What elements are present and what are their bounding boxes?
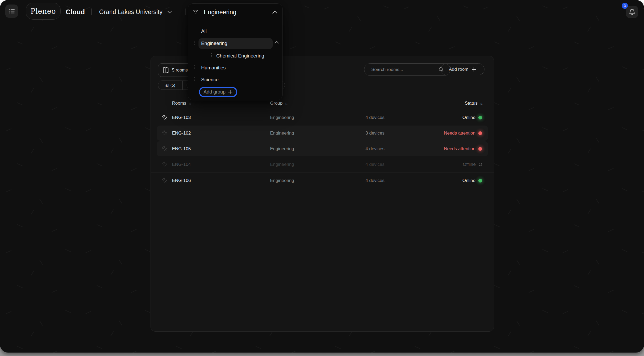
status-dot-online (478, 116, 482, 119)
room-group: Engineering (270, 126, 294, 141)
status-dot-online (478, 179, 482, 183)
pin-icon[interactable] (161, 145, 169, 153)
pin-icon[interactable] (161, 129, 169, 137)
search-placeholder: Search rooms... (371, 67, 403, 72)
product-name: Cloud (66, 0, 85, 24)
table-row-eng-103[interactable]: ENG-103 Engineering 4 devices Online (157, 110, 488, 125)
add-group-label: Add group (204, 89, 226, 95)
room-devices: 4 devices (365, 141, 385, 156)
filter-funnel-icon (192, 9, 199, 16)
add-room-button[interactable]: Add room (441, 63, 484, 75)
room-status: Needs attention (444, 126, 482, 141)
sort-icons-rooms: ↑↓ (188, 101, 191, 106)
chevron-down-icon (167, 10, 173, 14)
chevron-up-icon[interactable] (274, 41, 280, 44)
list-menu-icon (8, 8, 15, 14)
room-door-icon (163, 67, 169, 74)
rooms-count-label: 5 rooms (172, 68, 188, 73)
status-dot-attention (478, 131, 482, 135)
room-group: Engineering (270, 110, 294, 125)
pin-icon[interactable] (161, 114, 169, 122)
room-name: ENG-103 (172, 110, 191, 125)
room-status: Needs attention (444, 141, 482, 156)
drag-handle-icon[interactable] (211, 53, 212, 57)
room-group: Engineering (270, 141, 294, 156)
room-status: Offline (463, 157, 482, 172)
menu-item-humanities[interactable]: Humanities (188, 62, 282, 74)
group-filter-trigger[interactable]: Engineering (192, 7, 278, 17)
drag-handle-icon[interactable] (194, 77, 195, 81)
sort-icons-group: ↑↓ (285, 101, 287, 106)
room-devices: 3 devices (365, 126, 385, 141)
status-dot-offline (479, 163, 482, 166)
bell-icon (628, 8, 636, 16)
table-row-eng-102[interactable]: ENG-102 Engineering 3 devices Needs atte… (157, 126, 488, 141)
header-divider-2 (185, 8, 186, 15)
menu-item-engineering[interactable]: Engineering (188, 37, 282, 50)
brand-wordmark: Pleneo (30, 7, 56, 15)
chevron-up-icon (272, 10, 278, 14)
menu-button[interactable] (5, 5, 18, 18)
org-switcher[interactable]: Grand Lakes University (99, 0, 173, 24)
plus-icon (228, 90, 233, 95)
column-header-rooms[interactable]: Rooms ↑↓ (172, 99, 191, 108)
room-group: Engineering (270, 173, 294, 188)
sort-icons-status: ↑↓ (480, 101, 482, 106)
header-divider (91, 8, 92, 15)
room-devices: 4 devices (365, 110, 385, 125)
org-name: Grand Lakes University (99, 8, 162, 16)
room-devices: 4 devices (365, 173, 385, 188)
drag-handle-icon[interactable] (194, 41, 195, 45)
group-filter-dropdown: Engineering All Engineering Chemical Eng… (188, 3, 283, 100)
filter-all-segment[interactable]: all (5) (158, 81, 183, 90)
notification-badge[interactable]: 3 (622, 3, 628, 9)
menu-item-science[interactable]: Science (188, 74, 282, 86)
group-filter-selected: Engineering (203, 9, 267, 16)
plus-icon (471, 67, 476, 72)
room-name: ENG-102 (172, 126, 191, 141)
table-row-eng-106[interactable]: ENG-106 Engineering 4 devices Online (157, 173, 488, 188)
table-row-eng-104[interactable]: ENG-104 Engineering 4 devices Offline (157, 157, 488, 172)
room-devices: 4 devices (365, 157, 385, 172)
pin-icon[interactable] (161, 177, 169, 185)
menu-item-all[interactable]: All (188, 25, 282, 37)
room-name: ENG-106 (172, 173, 191, 188)
pin-icon[interactable] (161, 161, 169, 168)
table-header-divider (151, 108, 494, 108)
room-name: ENG-104 (172, 157, 191, 172)
add-room-label: Add room (449, 67, 469, 72)
column-header-status[interactable]: Status ↑↓ (465, 99, 482, 108)
notifications-button[interactable] (626, 6, 638, 18)
drag-handle-icon[interactable] (194, 65, 195, 69)
room-status: Online (462, 173, 482, 188)
table-row-eng-105[interactable]: ENG-105 Engineering 4 devices Needs atte… (157, 141, 488, 156)
search-input[interactable]: Search rooms... (364, 63, 451, 76)
room-status: Online (462, 110, 482, 125)
status-dot-attention (478, 147, 482, 151)
offline-section-divider (151, 172, 494, 172)
menu-item-chemical-engineering[interactable]: Chemical Engineering (188, 50, 282, 62)
brand-logo[interactable]: Pleneo (26, 3, 61, 20)
room-name: ENG-105 (172, 141, 191, 156)
add-group-button[interactable]: Add group (199, 87, 237, 97)
app-window: Pleneo Cloud Grand Lakes University 3 (0, 0, 644, 353)
room-group: Engineering (270, 157, 294, 172)
